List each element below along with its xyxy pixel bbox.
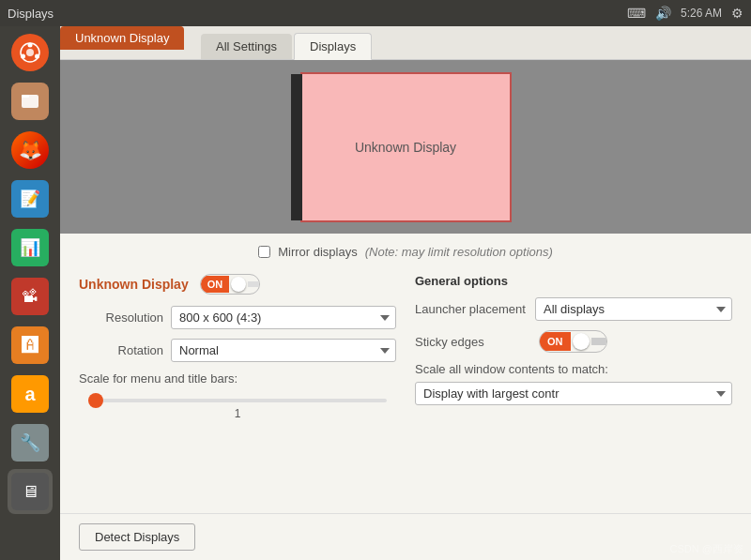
rotation-label: Rotation — [79, 343, 163, 357]
sidebar-item-calc[interactable]: 📊 — [8, 225, 53, 270]
scale-value: 1 — [88, 407, 387, 420]
launcher-row: Launcher placement All displays Primary … — [415, 297, 732, 321]
toggle-knob — [231, 277, 246, 292]
mirror-label: Mirror displays — [278, 245, 358, 259]
scale-window-area: Scale all window contents to match: Disp… — [415, 362, 732, 405]
bottom-bar: Detect Displays — [60, 513, 751, 560]
toggle-off-label — [248, 281, 259, 287]
svg-point-2 — [28, 43, 33, 48]
tab-all-settings[interactable]: All Settings — [201, 34, 292, 59]
display-toggle[interactable]: ON — [200, 274, 261, 295]
scale-label: Scale for menu and title bars: — [79, 371, 396, 386]
keyboard-icon: ⌨ — [627, 6, 646, 21]
sidebar-item-writer[interactable]: 📝 — [8, 176, 53, 221]
scale-area: Scale for menu and title bars: 1 — [79, 371, 396, 420]
sidebar-item-impress[interactable]: 📽 — [8, 274, 53, 319]
controls-area: Mirror displays (Note: may limit resolut… — [60, 234, 751, 513]
sidebar: 🦊 📝 📊 📽 🅰 a 🔧 🖥 — [0, 26, 60, 560]
mirror-checkbox[interactable] — [258, 246, 270, 258]
clock: 5:26 AM — [681, 7, 722, 20]
scale-window-label: Scale all window contents to match: — [415, 362, 732, 376]
amazon-icon: a — [11, 375, 49, 413]
main-content: All Settings Displays Unknown Display Mi… — [60, 26, 751, 560]
sticky-row: Sticky edges ON — [415, 330, 732, 353]
volume-icon: 🔊 — [655, 6, 671, 21]
sidebar-item-display[interactable]: 🖥 — [8, 469, 53, 514]
active-tab-label[interactable]: Unknown Display — [60, 26, 184, 50]
sticky-toggle[interactable]: ON — [539, 330, 607, 353]
svg-point-1 — [26, 49, 34, 56]
display-preview-area: Unknown Display — [60, 60, 751, 234]
settings-icon[interactable]: ⚙ — [731, 6, 743, 21]
svg-point-3 — [35, 54, 39, 59]
sidebar-item-amazon[interactable]: a — [8, 371, 53, 416]
slider-container: 1 — [79, 391, 396, 420]
wrench-icon: 🔧 — [11, 424, 49, 462]
sticky-label: Sticky edges — [415, 335, 528, 349]
sticky-toggle-off-label — [591, 338, 606, 345]
sticky-toggle-on-label: ON — [540, 332, 571, 351]
calc-icon: 📊 — [11, 229, 49, 266]
firefox-icon: 🦊 — [11, 131, 49, 169]
two-col-layout: Unknown Display ON Resolution 800 x 600 … — [79, 274, 732, 420]
right-col: General options Launcher placement All d… — [415, 274, 732, 420]
mirror-note: (Note: may limit resolution options) — [365, 245, 553, 259]
sidebar-item-software[interactable]: 🅰 — [8, 323, 53, 368]
launcher-label: Launcher placement — [415, 302, 528, 316]
writer-icon: 📝 — [11, 180, 49, 218]
files-icon — [11, 83, 49, 120]
detect-displays-button[interactable]: Detect Displays — [79, 523, 195, 551]
software-icon: 🅰 — [11, 326, 49, 364]
sidebar-item-system-settings[interactable]: 🔧 — [8, 420, 53, 465]
rotation-select[interactable]: Normal 90° 180° 270° — [171, 339, 396, 362]
display-monitor-label: Unknown Display — [355, 140, 456, 155]
resolution-row: Resolution 800 x 600 (4:3) 1024 x 768 (4… — [79, 306, 396, 329]
resolution-select[interactable]: 800 x 600 (4:3) 1024 x 768 (4:3) 1280 x … — [171, 306, 396, 329]
display-header: Unknown Display ON — [79, 274, 396, 295]
watermark: CSDN @西岸资 — [670, 542, 743, 556]
svg-point-4 — [21, 54, 25, 59]
left-col: Unknown Display ON Resolution 800 x 600 … — [79, 274, 396, 420]
scale-slider[interactable] — [88, 399, 387, 402]
display-name: Unknown Display — [79, 277, 189, 292]
app-title: Displays — [8, 7, 54, 21]
active-tab-header: Unknown Display — [60, 26, 184, 50]
ubuntu-icon — [11, 34, 49, 71]
top-bar-right: ⌨ 🔊 5:26 AM ⚙ — [627, 6, 743, 21]
top-bar: Displays ⌨ 🔊 5:26 AM ⚙ — [0, 0, 751, 26]
rotation-row: Rotation Normal 90° 180° 270° — [79, 339, 396, 362]
sidebar-item-ubuntu[interactable] — [8, 30, 53, 75]
display-icon: 🖥 — [11, 473, 49, 510]
sticky-toggle-knob — [573, 333, 590, 350]
impress-icon: 📽 — [11, 278, 49, 315]
scale-window-select[interactable]: Display with largest contr Custom — [415, 382, 732, 405]
launcher-select[interactable]: All displays Primary display only — [535, 297, 732, 321]
resolution-label: Resolution — [79, 310, 163, 325]
tab-displays[interactable]: Displays — [294, 33, 372, 60]
general-options-header: General options — [415, 274, 732, 288]
svg-rect-6 — [22, 95, 29, 98]
mirror-row: Mirror displays (Note: may limit resolut… — [79, 245, 732, 259]
sidebar-item-firefox[interactable]: 🦊 — [8, 128, 53, 173]
toggle-on-label: ON — [201, 276, 230, 293]
sidebar-item-files[interactable] — [8, 79, 53, 124]
display-monitor[interactable]: Unknown Display — [300, 72, 512, 222]
